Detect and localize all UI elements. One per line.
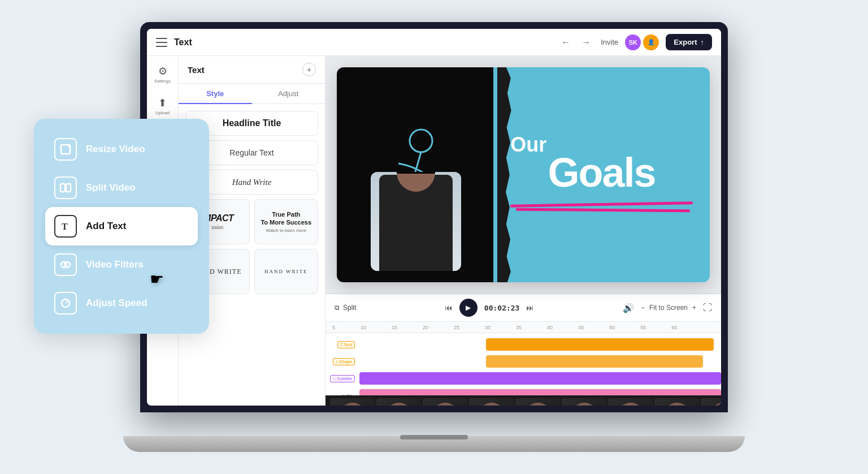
settings-label: Settings [154,79,171,84]
track-bar-subtitle[interactable] [359,372,721,385]
ruler-mark-15: 15 [392,325,397,330]
panel-tabs: Style Adjust [179,84,325,104]
split-button[interactable]: ⧉ Split [335,304,356,312]
thumb-person-3 [431,403,459,406]
track-label-text: T Text [326,342,359,347]
upload-icon: ⬆ [158,97,167,109]
video-left-panel [337,67,505,282]
redo-button[interactable]: → [578,35,594,50]
thumbnail-strip: + [326,395,721,406]
panel-add-button[interactable]: + [302,63,316,76]
add-text-label: Add Text [86,221,126,232]
resize-label: Resize Video [86,144,145,155]
invite-button[interactable]: Invite [601,38,618,46]
headline-label: Headline Title [223,118,281,128]
track-content-shape [359,355,721,368]
split-icon: ⧉ [335,304,340,312]
avatar-photo: 👤 [643,35,659,50]
laptop-screen: Text ← → Invite SK 👤 Export ↑ [147,29,721,406]
passion-text: ssion [211,225,223,230]
thumb-person-2 [385,403,413,406]
fit-controls: − Fit to Screen + [641,304,696,312]
filters-label: Video Filters [86,259,144,270]
menu-item-split[interactable]: Split Video [45,169,198,207]
handwrite2-text: HAND WRITE [264,269,308,275]
fit-label: Fit to Screen [649,304,688,312]
top-bar-left: Text [156,37,192,48]
skip-forward-button[interactable]: ⏭ [526,303,534,312]
timeline-controls: ⧉ Split ⏮ ▶ 00:02:23 ⏭ 🔊 [326,294,721,322]
floating-menu: Resize Video Split Video T Add Text Vide… [34,119,209,334]
avatar-initials: SK [625,35,641,50]
undo-redo-group: ← → [558,35,594,50]
underline-line-2 [516,208,690,213]
video-preview: Our Goals [337,67,710,282]
svg-point-0 [410,130,432,152]
zoom-in-icon[interactable]: + [692,304,696,312]
export-label: Export [674,38,697,46]
person-photo [371,172,461,271]
track-bar-text[interactable] [486,338,714,351]
ruler-mark-25: 25 [454,325,459,330]
hamburger-menu-icon[interactable] [156,38,167,47]
laptop-hinge [400,435,468,439]
ruler-mark-60: 60 [671,325,677,330]
goals-underline [510,200,693,217]
canvas-area: Our Goals [326,56,721,406]
regular-label: Regular Text [229,148,274,157]
template-truepath[interactable]: True PathTo More Success Watch to learn … [254,199,319,244]
thumb-person-8 [663,403,691,406]
svg-line-12 [66,301,68,303]
panel-header: Text + [179,56,325,84]
ruler-mark-40: 40 [547,325,553,330]
zoom-out-icon[interactable]: − [641,304,645,312]
timeline-tracks: T Text ♪ S [326,333,721,395]
split-icon [54,176,77,199]
tab-style[interactable]: Style [179,84,252,104]
time-display: 00:02:23 [484,304,520,312]
panel-title: Text [188,65,205,75]
menu-item-resize[interactable]: Resize Video [45,130,198,169]
play-button[interactable]: ▶ [459,299,478,317]
thumb-frame-3 [423,398,468,406]
skip-back-button[interactable]: ⏮ [445,303,453,312]
fullscreen-button[interactable]: ⛶ [703,303,712,313]
thumb-frame-7 [608,398,653,406]
thumb-frame-6 [562,398,607,406]
playback-controls: ⏮ ▶ 00:02:23 ⏭ [445,299,535,317]
track-label-shape: ♪ Shape [326,359,359,364]
thumb-person-5 [524,403,552,406]
ruler-mark-30: 30 [485,325,491,330]
template-handwrite2[interactable]: HAND WRITE [254,249,319,294]
video-right-panel: Our Goals [493,67,710,282]
truepath-text: True PathTo More Success [261,210,311,227]
laptop-wrapper: Text ← → Invite SK 👤 Export ↑ [123,22,745,452]
tab-adjust[interactable]: Adjust [252,84,326,104]
menu-item-speed[interactable]: Adjust Speed [45,284,198,322]
track-row-subtitle: □ Subtitle [326,370,721,386]
menu-item-add-text[interactable]: T Add Text [45,207,198,245]
svg-rect-6 [60,184,65,192]
menu-item-filters[interactable]: Video Filters [45,245,198,284]
track-bar-shape[interactable] [486,355,703,368]
laptop-base [123,436,745,452]
thumb-frame-8 [654,398,700,406]
timeline-ruler: 5 10 15 20 25 30 35 40 45 50 55 [326,322,721,333]
add-text-icon: T [54,215,77,238]
track-bar-audio[interactable] [359,389,721,395]
goals-text-goals: Goals [548,152,656,193]
sidebar-item-settings[interactable]: ⚙ Settings [151,63,174,85]
volume-button[interactable]: 🔊 [623,303,634,313]
undo-button[interactable]: ← [558,35,574,50]
export-button[interactable]: Export ↑ [666,34,712,50]
track-row-shape: ♪ Shape [326,354,721,369]
speed-icon [54,292,77,314]
ruler-mark-35: 35 [516,325,522,330]
sidebar-item-upload[interactable]: ⬆ Upload [151,94,174,117]
svg-rect-7 [66,184,71,192]
thumb-person-9 [709,403,721,406]
thumb-frame-4 [469,398,514,406]
export-icon: ↑ [701,38,705,46]
track-content-subtitle [359,372,721,385]
handwrite-label: Hand Write [232,178,272,187]
